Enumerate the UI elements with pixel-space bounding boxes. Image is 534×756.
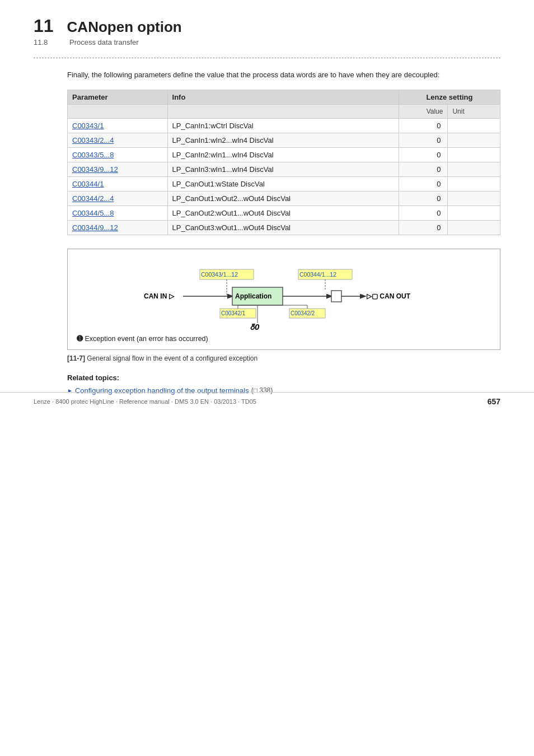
col-header-info: Info [167,90,399,104]
unit-cell [448,133,500,147]
unit-cell [448,206,500,220]
signal-flow-diagram: CAN IN ▷ C00343/1...12 Application ▷▢ CA… [67,249,500,350]
col-header-lenze: Lenze setting [399,90,500,104]
param-cell[interactable]: C00343/2...4 [68,133,168,147]
info-cell: LP_CanIn1:wIn2...wIn4 DiscVal [167,133,399,147]
unit-cell [448,220,500,235]
parameters-table: Parameter Info Lenze setting Value Unit … [67,90,500,235]
note-icon: ➊ [77,335,83,343]
chapter-title: CANopen option [67,18,182,36]
unit-cell [448,147,500,162]
table-row: C00343/2...4LP_CanIn1:wIn2...wIn4 DiscVa… [68,133,500,147]
param-cell[interactable]: C00344/5...8 [68,206,168,220]
chapter-header: 11 CANopen option [34,17,500,36]
footer-page-number: 657 [488,397,500,406]
diagram-note-text: Exception event (an error has occurred) [85,335,208,343]
chapter-number: 11 [34,17,54,35]
value-cell: 0 [399,118,448,133]
table-row: C00344/9...12LP_CanOut3:wOut1...wOut4 Di… [68,220,500,235]
can-in-label: CAN IN ▷ [144,292,175,300]
table-row: C00344/2...4LP_CanOut1:wOut2...wOut4 Dis… [68,191,500,206]
param-cell[interactable]: C00343/5...8 [68,147,168,162]
col-header-parameter: Parameter [68,90,168,104]
info-cell: LP_CanIn2:wIn1...wIn4 DiscVal [167,147,399,162]
subheader-value: Value [399,104,448,118]
related-topics-title: Related topics: [67,374,500,382]
table-row: C00343/9...12LP_CanIn3:wIn1...wIn4 DiscV… [68,162,500,176]
value-cell: 0 [399,206,448,220]
svg-text:C00342/2: C00342/2 [291,310,315,316]
page: 11 CANopen option 11.8 Process data tran… [0,0,534,417]
info-cell: LP_CanIn3:wIn1...wIn4 DiscVal [167,162,399,176]
value-cell: 0 [399,133,448,147]
subchapter-title: Process data transfer [69,38,139,46]
param-cell[interactable]: C00344/2...4 [68,191,168,206]
subheader-unit: Unit [448,104,500,118]
figure-caption: [11-7] General signal flow in the event … [67,354,500,362]
table-row: C00344/5...8LP_CanOut2:wOut1...wOut4 Dis… [68,206,500,220]
info-cell: LP_CanOut2:wOut1...wOut4 DiscVal [167,206,399,220]
svg-rect-6 [331,291,341,302]
info-cell: LP_CanIn1:wCtrl DiscVal [167,118,399,133]
svg-text:▷▢ CAN OUT: ▷▢ CAN OUT [367,292,411,300]
info-cell: LP_CanOut1:wOut2...wOut4 DiscVal [167,191,399,206]
info-cell: LP_CanOut3:wOut1...wOut4 DiscVal [167,220,399,235]
intro-paragraph: Finally, the following parameters define… [67,69,500,81]
subheader-info [167,104,399,118]
table-row: C00343/1LP_CanIn1:wCtrl DiscVal0 [68,118,500,133]
section-divider [34,58,500,58]
unit-cell [448,118,500,133]
subheader-param [68,104,168,118]
table-row: C00344/1LP_CanOut1:wState DiscVal0 [68,176,500,191]
param-cell[interactable]: C00343/9...12 [68,162,168,176]
param-cell[interactable]: C00344/9...12 [68,220,168,235]
caption-text: General signal flow in the event of a co… [87,354,257,362]
value-cell: 0 [399,162,448,176]
footer-text: Lenze · 8400 protec HighLine · Reference… [34,398,256,405]
svg-text:C00342/1: C00342/1 [221,310,246,316]
table-row: C00343/5...8LP_CanIn2:wIn1...wIn4 DiscVa… [68,147,500,162]
value-cell: 0 [399,176,448,191]
subchapter-number: 11.8 [34,38,56,46]
main-content: Finally, the following parameters define… [67,69,500,395]
info-cell: LP_CanOut1:wState DiscVal [167,176,399,191]
svg-text:C00344/1...12: C00344/1...12 [299,271,336,278]
diagram-note: ➊ Exception event (an error has occurred… [77,334,491,343]
page-footer: Lenze · 8400 protec HighLine · Reference… [0,392,534,406]
param-cell[interactable]: C00344/1 [68,176,168,191]
unit-cell [448,191,500,206]
diagram-svg: CAN IN ▷ C00343/1...12 Application ▷▢ CA… [133,258,435,331]
unit-cell [448,176,500,191]
unit-cell [448,162,500,176]
subchapter: 11.8 Process data transfer [34,38,500,46]
svg-text:C00343/1...12: C00343/1...12 [201,271,238,278]
value-cell: 0 [399,147,448,162]
param-cell[interactable]: C00343/1 [68,118,168,133]
value-cell: 0 [399,220,448,235]
svg-text:ꚢ0: ꚢ0 [250,322,260,331]
svg-text:Application: Application [235,292,271,300]
caption-label: [11-7] [67,354,85,362]
value-cell: 0 [399,191,448,206]
